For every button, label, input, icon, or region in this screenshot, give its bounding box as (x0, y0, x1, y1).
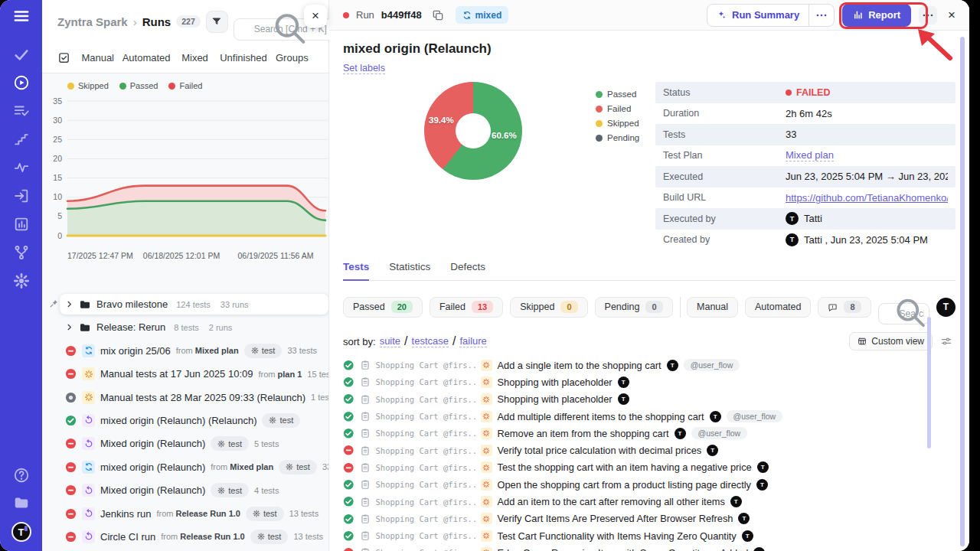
test-row[interactable]: Shopping Cart @firs...Remove an item fro… (343, 425, 956, 442)
tab-manual[interactable]: Manual (74, 52, 122, 64)
tests-list: Shopping Cart @firs...Add a single item … (343, 357, 956, 551)
milestone-row[interactable]: Release: Rerun8 tests2 runs (42, 317, 328, 337)
detail-link[interactable]: Mixed plan (786, 149, 834, 161)
sliders-icon[interactable] (940, 335, 952, 347)
sort-failure-link[interactable]: failure (459, 335, 486, 347)
tab-mixed[interactable]: Mixed (171, 52, 219, 64)
user-avatar[interactable]: T (11, 522, 31, 542)
integrations-icon[interactable] (13, 244, 30, 261)
breadcrumb-project[interactable]: Zyntra Spark (57, 15, 128, 28)
report-button[interactable]: Report (842, 4, 911, 27)
test-row[interactable]: Shopping Cart @firs...Add a single item … (343, 357, 956, 373)
sort-separator: / (404, 334, 407, 348)
set-labels-link[interactable]: Set labels (343, 63, 385, 74)
chevron-right-icon[interactable] (65, 323, 74, 331)
test-row[interactable]: Shopping Cart @firs...Shopping with plac… (343, 391, 956, 408)
legend-item-skipped: Skipped (67, 81, 109, 90)
test-row[interactable]: Shopping Cart @firs...Add multiple diffe… (343, 408, 956, 425)
import-icon[interactable] (13, 187, 30, 204)
panel-scrollbar[interactable] (960, 37, 965, 546)
filter-pending[interactable]: Pending0 (595, 297, 673, 318)
run-tests-count: 13 tests (293, 532, 323, 541)
run-list-item[interactable]: mix origin 25/06from Mixed plantest33 te… (42, 341, 328, 361)
tab-unfinished[interactable]: Unfinished (219, 52, 267, 64)
run-summary-label: Run Summary (732, 9, 799, 21)
tab-automated[interactable]: Automated (122, 52, 170, 64)
help-icon[interactable] (13, 467, 30, 484)
clipboard-icon (360, 394, 371, 405)
run-list-item[interactable]: Circle CI runfrom Release Run 1.0test13 … (42, 527, 328, 547)
tab-statistics[interactable]: Statistics (389, 261, 430, 280)
run-list-item[interactable]: Mixed origin (Relaunch)test4 tests (42, 480, 328, 500)
test-row[interactable]: Shopping Cart @firs...Test Cart Function… (343, 527, 956, 544)
test-row[interactable]: Shopping Cart @firs...Shopping with plac… (343, 373, 956, 390)
custom-view-button[interactable]: Custom view (849, 332, 933, 350)
test-row[interactable]: Shopping Cart @firs...Open the shopping … (343, 476, 956, 493)
test-row[interactable]: Shopping Cart @firs...Verify Cart Items … (343, 510, 956, 527)
reports-icon[interactable] (13, 216, 30, 233)
detail-value: TTatti , Jun 23, 2025 5:04 PM (786, 233, 928, 246)
avatar: T (756, 479, 768, 491)
detail-close-button[interactable]: × (945, 8, 959, 23)
filter-manual[interactable]: Manual (687, 297, 738, 318)
run-summary-more-button[interactable] (808, 5, 834, 26)
run-detail-panel: Run b449ff48 mixed Run Summary Report (329, 0, 969, 551)
assignee-avatar[interactable]: T (936, 298, 956, 317)
run-list-item[interactable]: mixed origin (Relaunch)from Mixed plante… (42, 457, 328, 478)
select-all-icon[interactable] (57, 51, 70, 64)
burst-icon (481, 530, 492, 542)
test-title: Verify Cart Items Are Preserved After Br… (498, 513, 733, 524)
avatar: T (710, 411, 721, 422)
run-list-item[interactable]: mixed origin (Relaunch) (Relaunch)test (42, 410, 328, 431)
test-suite: Shopping Cart @firs... (376, 531, 475, 540)
run-actions: Run Summary Report × (707, 4, 959, 27)
menu-icon[interactable] (13, 8, 30, 24)
run-list-item[interactable]: Mixed origin (Relaunch)test5 tests (42, 433, 328, 454)
tab-defects[interactable]: Defects (450, 261, 485, 280)
detail-value: 2h 6m 42s (786, 108, 832, 119)
more-actions-button[interactable] (919, 6, 937, 24)
settings-icon[interactable] (13, 272, 30, 289)
test-row[interactable]: Shopping Cart @firs...Edge Case: Removin… (343, 544, 956, 551)
filter-automated[interactable]: Automated (745, 297, 811, 318)
filter-failed[interactable]: Failed13 (430, 297, 503, 318)
test-row[interactable]: Shopping Cart @firs...Add an item to the… (343, 493, 956, 510)
test-row[interactable]: Shopping Cart @firs...Test the shopping … (343, 459, 956, 476)
test-title: Add multiple different items to the shop… (498, 411, 704, 422)
milestone-row[interactable]: Bravo milestone124 tests33 runs (60, 294, 328, 315)
test-title: Verify total price calculation with deci… (498, 445, 702, 456)
avatar: T (738, 513, 750, 524)
tab-tests[interactable]: Tests (343, 261, 369, 281)
test-tag-label: test (268, 532, 282, 541)
sort-testcase-link[interactable]: testcase (412, 335, 449, 347)
run-details-table: StatusFAILEDDuration2h 6m 42sTests33Test… (655, 82, 956, 250)
tests-scrollbar[interactable] (927, 317, 931, 448)
build-url-link[interactable]: https://github.com/TetianaKhomenko/Load-… (786, 192, 948, 204)
runs-icon[interactable] (13, 74, 30, 91)
milestones-icon[interactable] (13, 131, 30, 148)
run-summary-button[interactable]: Run Summary (707, 9, 808, 21)
run-list-item[interactable]: Jenkins runfrom Release Run 1.0test13 te… (42, 504, 328, 524)
run-list-item[interactable]: Manual tests at 28 Mar 2025 09:33 (Relau… (42, 387, 328, 408)
chevron-right-icon[interactable] (65, 300, 74, 308)
filter-button[interactable] (206, 11, 228, 33)
test-title: Test the shopping cart with an item havi… (498, 461, 752, 473)
test-suite: Shopping Cart @firs... (376, 548, 475, 551)
test-row[interactable]: Shopping Cart @firs...Verify total price… (343, 442, 956, 458)
sort-suite-link[interactable]: suite (380, 335, 400, 347)
relaunch-icon (82, 484, 95, 497)
panel-close-button[interactable]: × (304, 5, 327, 28)
filter-passed[interactable]: Passed20 (343, 297, 423, 318)
run-type-badge[interactable]: mixed (456, 6, 509, 24)
defects-icon[interactable] (13, 159, 30, 176)
run-status-dot (343, 12, 349, 18)
filter-skipped[interactable]: Skipped0 (510, 297, 587, 318)
test-plans-icon[interactable] (13, 103, 30, 119)
filter-label: Failed (439, 302, 466, 312)
filter-comments[interactable]: 8 (818, 297, 871, 318)
tab-groups[interactable]: Groups (268, 52, 316, 64)
test-cases-icon[interactable] (13, 46, 30, 63)
projects-icon[interactable] (13, 494, 30, 511)
copy-icon[interactable] (432, 9, 444, 21)
run-list-item[interactable]: Manual tests at 17 Jun 2025 10:09from pl… (42, 364, 328, 384)
